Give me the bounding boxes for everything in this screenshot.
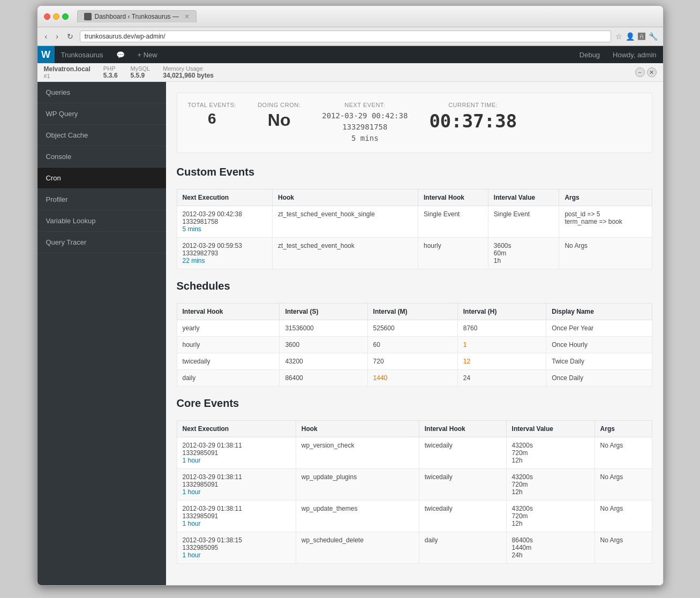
wp-logo[interactable]: W: [37, 46, 55, 63]
co3-interval-value: 43200s 720m 12h: [506, 501, 594, 532]
php-value: 5.3.6: [103, 72, 118, 79]
debug-minimize-btn[interactable]: −: [635, 67, 645, 77]
sidebar-label-queries: Queries: [46, 88, 71, 96]
ce2-date: 2012-03-29 00:59:53: [183, 242, 267, 249]
sch-yearly-h: 8760: [457, 320, 546, 337]
sidebar-item-variablelookup[interactable]: Variable Lookup: [37, 210, 166, 232]
star-icon[interactable]: ☆: [615, 32, 622, 41]
co2-args: No Args: [594, 469, 652, 501]
co4-next-exec: 2012-03-29 01:38:15 1332985095 1 hour: [177, 532, 296, 564]
content-area: TOTAL EVENTS: 6 DOING CRON: No NEXT EVEN…: [166, 82, 663, 585]
co-header-interval-hook: Interval Hook: [419, 421, 506, 437]
sidebar-item-cron[interactable]: Cron: [37, 168, 166, 189]
co1-hook: wp_version_check: [296, 437, 419, 469]
mysql-info: MySQL 5.5.9: [131, 65, 150, 79]
tab-title: Dashboard ‹ Trunkosaurus —: [95, 13, 179, 20]
sch-hourly-m: 60: [367, 337, 457, 353]
ce2-iv3: 1h: [494, 257, 554, 264]
sidebar-item-queries[interactable]: Queries: [37, 82, 166, 103]
doing-cron-label: DOING CRON:: [258, 102, 300, 108]
sch-hourly-display: Once Hourly: [546, 337, 652, 353]
co-header-hook: Hook: [296, 421, 419, 437]
co4-iv3: 24h: [512, 551, 589, 559]
co4-interval-hook: daily: [419, 532, 506, 564]
co3-interval-hook: twicedaily: [419, 501, 506, 532]
ce2-interval-hook: hourly: [418, 238, 488, 269]
co4-args: No Args: [594, 532, 652, 564]
co1-args: No Args: [594, 437, 652, 469]
browser-window: Dashboard ‹ Trunkosaurus — ✕ ‹ › ↻ trunk…: [37, 5, 664, 586]
maximize-button[interactable]: [62, 13, 69, 20]
sidebar-label-console: Console: [46, 153, 72, 161]
sch-header-display: Display Name: [546, 304, 652, 320]
wp-new-button[interactable]: + New: [131, 46, 164, 63]
wp-howdy[interactable]: Howdy, admin: [606, 46, 663, 63]
ce1-interval-value: Single Event: [488, 206, 559, 238]
co4-iv1: 86400s: [512, 536, 589, 544]
sidebar-label-profiler: Profiler: [46, 195, 68, 203]
co1-iv2: 720m: [512, 449, 589, 457]
total-events-label: TOTAL EVENTS:: [188, 102, 237, 108]
wp-site-name[interactable]: Trunkosaurus: [55, 46, 110, 63]
reload-button[interactable]: ↻: [65, 31, 76, 42]
custom-events-title: Custom Events: [177, 166, 652, 183]
co2-interval-hook: twicedaily: [419, 469, 506, 501]
co1-interval-value: 43200s 720m 12h: [506, 437, 594, 469]
custom-event-row-1: 2012-03-29 00:42:38 1332981758 5 mins zt…: [177, 206, 652, 238]
sidebar-item-wpquery[interactable]: WP Query: [37, 103, 166, 125]
tools-icon[interactable]: 🔧: [649, 32, 658, 41]
debug-close-btn[interactable]: ✕: [647, 67, 657, 77]
sidebar-item-console[interactable]: Console: [37, 146, 166, 168]
ce1-ts: 1332981758: [183, 218, 267, 225]
next-event-block: NEXT EVENT: 2012-03-29 00:42:38 13329817…: [322, 102, 408, 144]
amazon-icon: 🅰: [638, 32, 645, 41]
sch-yearly-hook: yearly: [177, 320, 280, 337]
stats-row: TOTAL EVENTS: 6 DOING CRON: No NEXT EVEN…: [177, 93, 652, 153]
sch-hourly-s: 3600: [280, 337, 367, 353]
mysql-value: 5.5.9: [131, 72, 150, 79]
sch-header-h: Interval (H): [457, 304, 546, 320]
sch-twicedaily-s: 43200: [280, 353, 367, 370]
core-event-row-2: 2012-03-29 01:38:11 1332985091 1 hour wp…: [177, 469, 652, 501]
sidebar-item-querytracer[interactable]: Query Tracer: [37, 232, 166, 253]
sidebar-item-objectcache[interactable]: Object Cache: [37, 125, 166, 146]
co3-iv2: 720m: [512, 512, 589, 520]
sidebar-label-variablelookup: Variable Lookup: [46, 217, 96, 225]
next-event-detail: 2012-03-29 00:42:38 1332981758 5 mins: [322, 110, 408, 144]
next-event-label: NEXT EVENT:: [322, 102, 408, 108]
co4-ts: 1332985095: [183, 544, 290, 551]
next-event-relative: 5 mins: [322, 133, 408, 144]
forward-button[interactable]: ›: [54, 31, 61, 42]
wp-debug-button[interactable]: Debug: [573, 46, 606, 63]
schedule-row-hourly: hourly 3600 60 1 Once Hourly: [177, 337, 652, 353]
next-event-date: 2012-03-29 00:42:38: [322, 110, 408, 122]
memory-info: Memory Usage 34,021,960 bytes: [163, 65, 214, 79]
co4-date: 2012-03-29 01:38:15: [183, 536, 290, 544]
ce1-args: post_id => 5 term_name => book: [559, 206, 652, 238]
sch-header-s: Interval (S): [280, 304, 367, 320]
minimize-button[interactable]: [53, 13, 59, 20]
co1-rel: 1 hour: [183, 457, 290, 464]
sidebar-item-profiler[interactable]: Profiler: [37, 189, 166, 210]
sch-daily-h: 24: [457, 370, 546, 387]
co1-ts: 1332985091: [183, 449, 290, 457]
tab-close-icon[interactable]: ✕: [184, 13, 190, 20]
ce-header-interval-hook: Interval Hook: [418, 190, 488, 206]
browser-tab[interactable]: Dashboard ‹ Trunkosaurus — ✕: [77, 10, 197, 22]
doing-cron-block: DOING CRON: No: [258, 102, 300, 144]
co2-interval-value: 43200s 720m 12h: [506, 469, 594, 501]
core-event-row-4: 2012-03-29 01:38:15 1332985095 1 hour wp…: [177, 532, 652, 564]
url-input[interactable]: trunkosaurus.dev/wp-admin/: [80, 31, 611, 42]
co2-ts: 1332985091: [183, 481, 290, 488]
co1-interval-hook: twicedaily: [419, 437, 506, 469]
back-button[interactable]: ‹: [43, 31, 50, 42]
memory-label: Memory Usage: [163, 65, 214, 72]
close-button[interactable]: [44, 13, 50, 20]
sch-hourly-h-val: 1: [463, 341, 467, 349]
sch-header-hook: Interval Hook: [177, 304, 280, 320]
ce2-iv1: 3600s: [494, 242, 554, 249]
wp-comment-icon[interactable]: 💬: [110, 46, 131, 63]
co-header-next-exec: Next Execution: [177, 421, 296, 437]
core-event-row-1: 2012-03-29 01:38:11 1332985091 1 hour wp…: [177, 437, 652, 469]
ce-header-args: Args: [559, 190, 652, 206]
